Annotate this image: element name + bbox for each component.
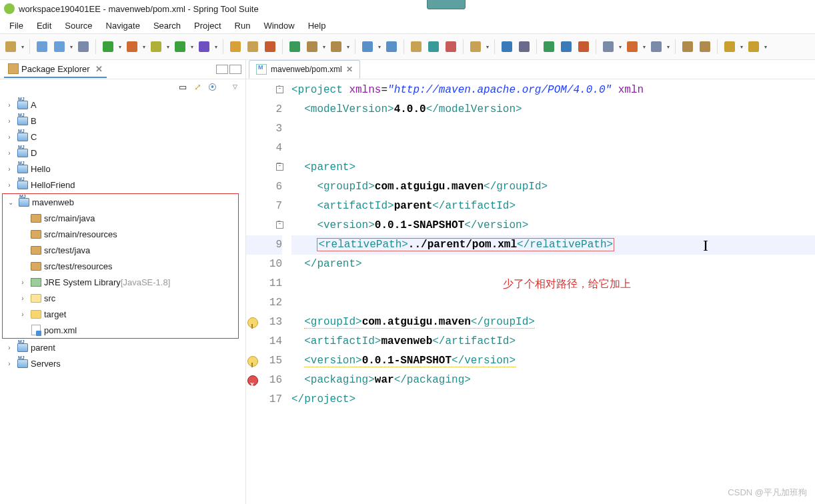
toolbar-button[interactable] (125, 39, 139, 54)
tree-row[interactable]: src/main/java (3, 210, 238, 226)
toolbar-button[interactable] (500, 39, 514, 54)
menu-window[interactable]: Window (258, 19, 299, 33)
chevron-down-icon[interactable]: ⌄ (5, 199, 16, 206)
toolbar-button[interactable] (625, 39, 640, 54)
chevron-down-icon[interactable]: ▾ (642, 44, 647, 50)
toolbar-button[interactable] (52, 39, 67, 54)
fold-toggle-icon[interactable]: - (276, 163, 283, 171)
line-number[interactable]: 1- (246, 81, 282, 100)
chevron-down-icon[interactable]: ▾ (321, 44, 327, 50)
chevron-down-icon[interactable]: ▾ (485, 44, 490, 50)
code-editor[interactable]: 1-2345-678-91011121314151617 <project xm… (246, 79, 815, 504)
chevron-down-icon[interactable]: ▾ (213, 44, 219, 50)
toolbar-button[interactable] (360, 39, 375, 54)
editor-tab[interactable]: mavenweb/pom.xml ✕ (249, 60, 360, 79)
code-content[interactable]: <project xmlns="http://maven.apache.org/… (287, 79, 815, 504)
toolbar-button[interactable] (680, 39, 695, 54)
toolbar-button[interactable] (649, 39, 664, 54)
chevron-down-icon[interactable]: ▾ (20, 44, 25, 50)
chevron-right-icon[interactable]: › (4, 360, 15, 367)
toolbar-button[interactable] (305, 39, 319, 54)
chevron-down-icon[interactable]: ▾ (377, 44, 382, 50)
chevron-right-icon[interactable]: › (4, 149, 15, 157)
toolbar-button[interactable] (384, 39, 399, 54)
chevron-right-icon[interactable]: › (4, 133, 15, 141)
chevron-down-icon[interactable]: ▾ (189, 44, 195, 50)
menu-help[interactable]: Help (303, 19, 331, 33)
chevron-right-icon[interactable]: › (4, 165, 15, 173)
chevron-down-icon[interactable]: ▾ (618, 44, 623, 50)
toolbar-button[interactable] (542, 39, 556, 54)
toolbar-button[interactable] (698, 39, 712, 54)
line-number[interactable]: 3 (246, 119, 282, 139)
chevron-down-icon[interactable]: ▾ (69, 44, 74, 50)
tree-row[interactable]: ›A (1, 97, 244, 113)
focus-task-icon[interactable]: ⦿ (207, 81, 217, 92)
menu-search[interactable]: Search (148, 19, 186, 33)
err-marker-icon[interactable] (247, 375, 258, 386)
chevron-down-icon[interactable]: ▾ (739, 44, 744, 50)
maximize-view-button[interactable] (229, 65, 241, 74)
chevron-down-icon[interactable]: ▾ (165, 44, 171, 50)
tree-row[interactable]: ⌄mavenweb (3, 194, 238, 210)
chevron-right-icon[interactable]: › (4, 181, 15, 189)
toolbar-button[interactable] (409, 39, 424, 54)
chevron-down-icon[interactable]: ▾ (666, 44, 671, 50)
fold-toggle-icon[interactable]: - (276, 86, 283, 93)
tree-row[interactable]: pom.xml (3, 322, 238, 338)
line-number[interactable]: 12 (246, 293, 282, 313)
toolbar-button[interactable] (468, 39, 483, 54)
chevron-down-icon[interactable]: ▾ (117, 44, 123, 50)
link-editor-icon[interactable]: ⤢ (192, 81, 203, 92)
line-number[interactable]: 10 (246, 255, 282, 274)
tree-row[interactable]: ›B (1, 113, 244, 129)
chevron-right-icon[interactable]: › (4, 117, 15, 125)
warn-marker-icon[interactable] (247, 317, 258, 328)
chevron-right-icon[interactable]: › (17, 279, 28, 286)
tree-row[interactable]: ›JRE System Library [JavaSE-1.8] (3, 274, 238, 290)
toolbar-button[interactable] (722, 39, 737, 54)
toolbar-button[interactable] (576, 39, 591, 54)
menu-source[interactable]: Source (59, 19, 97, 33)
toolbar-button[interactable] (101, 39, 115, 54)
line-number[interactable]: 17 (246, 390, 282, 409)
menu-project[interactable]: Project (189, 19, 226, 33)
warn-marker-icon[interactable] (247, 356, 258, 367)
chevron-right-icon[interactable]: › (17, 295, 28, 302)
chevron-down-icon[interactable]: ▾ (763, 44, 768, 50)
project-tree[interactable]: ›A›B›C›D›Hello›HelloFriend⌄mavenwebsrc/m… (0, 94, 245, 504)
line-number[interactable]: 5- (246, 158, 282, 177)
chevron-right-icon[interactable]: › (17, 311, 28, 318)
toolbar-button[interactable] (228, 39, 243, 54)
toolbar-button[interactable] (263, 39, 277, 54)
line-number[interactable]: 14 (246, 332, 282, 351)
toolbar-button[interactable] (245, 39, 260, 54)
toolbar-button[interactable] (444, 39, 458, 54)
close-icon[interactable]: ✕ (346, 65, 353, 74)
package-explorer-tab[interactable]: Package Explorer ✕ (4, 61, 107, 78)
tree-row[interactable]: src/test/resources (3, 258, 238, 274)
fold-toggle-icon[interactable]: - (276, 221, 283, 229)
toolbar-button[interactable] (35, 39, 49, 54)
line-number[interactable]: 2 (246, 100, 282, 119)
chevron-down-icon[interactable]: ▾ (345, 44, 351, 50)
line-number[interactable]: 16 (246, 371, 282, 390)
toolbar-button[interactable] (197, 39, 211, 54)
menu-run[interactable]: Run (229, 19, 256, 33)
chevron-down-icon[interactable]: ▾ (141, 44, 147, 50)
collapse-all-icon[interactable]: ▭ (177, 81, 188, 92)
minimize-view-button[interactable] (216, 65, 228, 74)
line-number[interactable]: 4 (246, 139, 282, 158)
line-number[interactable]: 9 (246, 235, 282, 255)
tree-row[interactable]: ›Hello (1, 161, 244, 177)
menu-file[interactable]: File (4, 19, 29, 33)
tree-row[interactable]: src/test/java (3, 242, 238, 258)
toolbar-button[interactable] (287, 39, 302, 54)
toolbar-button[interactable] (76, 39, 91, 54)
tree-row[interactable]: ›C (1, 129, 244, 145)
menu-navigate[interactable]: Navigate (101, 19, 145, 33)
tree-row[interactable]: ›D (1, 145, 244, 161)
close-icon[interactable]: ✕ (95, 64, 103, 74)
view-menu-icon[interactable]: ▽ (229, 81, 240, 92)
toolbar-button[interactable] (329, 39, 343, 54)
